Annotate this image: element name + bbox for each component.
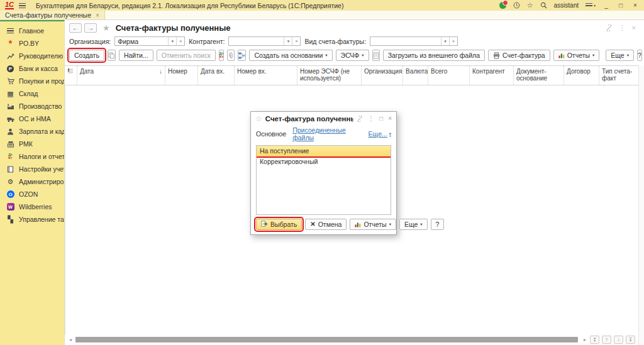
fixed-assets-truck-icon bbox=[6, 116, 14, 123]
copy-button[interactable] bbox=[108, 50, 116, 61]
minimize-button[interactable]: _ bbox=[602, 2, 610, 9]
list-item-corrective[interactable]: Корректировочный bbox=[257, 156, 391, 167]
load-external-file-button[interactable]: Загрузить из внешнего файла bbox=[383, 50, 485, 61]
taxes-dtkt-icon bbox=[6, 153, 14, 160]
column-base-document[interactable]: Документ-основание bbox=[514, 66, 564, 85]
posting-status-icon bbox=[67, 68, 74, 74]
link-icon[interactable] bbox=[357, 116, 363, 122]
list-begin-button[interactable]: ↥ bbox=[590, 336, 599, 344]
more-dots-icon[interactable]: ⋮ bbox=[619, 24, 626, 32]
service-menu-icon[interactable]: ▾ bbox=[586, 3, 596, 8]
back-button[interactable]: ← bbox=[69, 23, 82, 33]
more-button[interactable]: Еще▾ bbox=[606, 50, 634, 61]
sidebar-item-manager[interactable]: Руководителю bbox=[0, 50, 64, 62]
close-dialog-icon[interactable]: × bbox=[388, 115, 392, 122]
manager-chart-icon bbox=[6, 53, 14, 60]
sidebar-item-rmk[interactable]: РМК bbox=[0, 138, 64, 150]
sidebar-item-accounting-settings[interactable]: Настройки учета bbox=[0, 163, 64, 175]
column-number[interactable]: Номер bbox=[165, 66, 198, 85]
tab-main[interactable]: Основное bbox=[256, 130, 286, 138]
eschf-button[interactable]: ЭСЧФ▾ bbox=[336, 50, 369, 61]
search-icon[interactable] bbox=[540, 2, 547, 9]
invoice-print-button[interactable]: Счет-фактура bbox=[488, 50, 550, 61]
sidebar-item-bank-cash[interactable]: PБанк и касса bbox=[0, 62, 64, 75]
sidebar-item-taxes-reports[interactable]: Налоги и отчетность bbox=[0, 150, 64, 163]
counterparty-label: Контрагент: bbox=[189, 38, 225, 45]
maximize-button[interactable]: □ bbox=[617, 2, 625, 9]
reports-button[interactable]: Отчеты▾ bbox=[553, 50, 600, 61]
dialog-help-button[interactable]: ? bbox=[431, 219, 445, 230]
column-number-in[interactable]: Номер вх. bbox=[235, 66, 297, 85]
more-dots-icon[interactable]: ⋮ bbox=[368, 115, 374, 122]
column-contract[interactable]: Договор bbox=[564, 66, 599, 85]
sidebar-item-main[interactable]: Главное bbox=[0, 25, 64, 37]
help-button[interactable]: ? bbox=[637, 50, 642, 61]
column-currency[interactable]: Валюта bbox=[403, 66, 428, 85]
tab-close-icon[interactable]: × bbox=[96, 12, 99, 19]
chevron-down-icon[interactable]: ▾ bbox=[284, 37, 292, 45]
chevron-down-icon[interactable]: ▾ bbox=[168, 37, 176, 45]
eschf-journal-button[interactable] bbox=[372, 50, 380, 61]
history-icon[interactable] bbox=[513, 2, 520, 9]
cancel-search-button[interactable]: Отменить поиск bbox=[157, 50, 216, 61]
sidebar-item-fixed-assets[interactable]: ОС и НМА bbox=[0, 112, 64, 125]
attachments-button[interactable] bbox=[227, 50, 235, 61]
tab-more[interactable]: Еще...▾ bbox=[369, 130, 391, 138]
tab-attached-files[interactable]: Присоединенные файлы bbox=[292, 126, 362, 141]
sidebar-item-salary-hr[interactable]: Зарплата и кадры bbox=[0, 125, 64, 138]
sidebar-item-wildberries[interactable]: WWildberries bbox=[0, 200, 64, 213]
create-based-on-button[interactable]: Создать на основании▾ bbox=[249, 50, 332, 61]
sidebar-item-administration[interactable]: ⚙Администрирование bbox=[0, 175, 64, 188]
vertical-scrollbar[interactable] bbox=[638, 65, 644, 345]
favorites-star-icon[interactable]: ☆ bbox=[527, 2, 533, 9]
sidebar-item-production[interactable]: Производство bbox=[0, 100, 64, 112]
favorite-star-icon[interactable]: ☆ bbox=[255, 114, 262, 123]
scrollbar-track[interactable] bbox=[75, 336, 580, 343]
column-counterparty[interactable]: Контрагент bbox=[470, 66, 514, 85]
sections-sidebar: Главное *PO.BY Руководителю PБанк и касс… bbox=[0, 20, 65, 345]
column-status[interactable] bbox=[65, 66, 77, 85]
close-window-button[interactable]: × bbox=[631, 2, 639, 9]
clear-icon[interactable]: × bbox=[176, 37, 184, 45]
sidebar-item-tariff-management[interactable]: ▚Управление тарифом bbox=[0, 213, 64, 226]
notifications-icon[interactable] bbox=[499, 2, 506, 9]
dialog-reports-button[interactable]: Отчеты▾ bbox=[350, 219, 396, 230]
close-form-icon[interactable]: × bbox=[632, 24, 636, 31]
column-organization[interactable]: Организация bbox=[362, 66, 403, 85]
column-total[interactable]: Всего bbox=[428, 66, 470, 85]
favorite-star-icon[interactable]: ★ bbox=[103, 23, 110, 33]
list-item-receipt[interactable]: На поступление bbox=[257, 146, 391, 156]
column-date-in[interactable]: Дата вх. bbox=[198, 66, 235, 85]
sidebar-item-ozon[interactable]: OOZON bbox=[0, 188, 64, 200]
list-end-button[interactable]: ↧ bbox=[626, 336, 635, 344]
find-button[interactable]: Найти... bbox=[119, 50, 153, 61]
forward-button[interactable]: → bbox=[84, 23, 97, 33]
organization-combo[interactable]: Фирма ▾ × bbox=[114, 36, 185, 46]
main-menu-icon[interactable] bbox=[19, 3, 26, 8]
sidebar-item-purchases-sales[interactable]: Покупки и продажи bbox=[0, 75, 64, 87]
dialog-more-button[interactable]: Еще▾ bbox=[399, 219, 428, 230]
create-button[interactable]: Создать bbox=[69, 50, 104, 61]
scroll-left-icon[interactable]: ◂ bbox=[68, 337, 73, 342]
scrollbar-thumb[interactable] bbox=[75, 337, 578, 342]
page-up-button[interactable]: ↑ bbox=[602, 336, 611, 344]
sidebar-item-po-by[interactable]: *PO.BY bbox=[0, 37, 64, 50]
sidebar-item-warehouse[interactable]: ▦Склад bbox=[0, 87, 64, 100]
tab-invoices-received[interactable]: Счета-фактуры полученные × bbox=[0, 11, 105, 19]
maximize-dialog-icon[interactable]: □ bbox=[379, 115, 383, 122]
link-icon[interactable] bbox=[606, 25, 613, 31]
clear-icon[interactable]: × bbox=[292, 37, 300, 45]
clear-icon[interactable]: × bbox=[449, 37, 457, 45]
counterparty-combo[interactable]: ▾ × bbox=[228, 36, 301, 46]
column-invoice-type[interactable]: Тип счета-факт bbox=[599, 66, 638, 85]
column-date[interactable]: Дата↓ bbox=[77, 66, 165, 85]
select-button[interactable]: Выбрать bbox=[256, 219, 302, 230]
show-postings-button[interactable] bbox=[219, 50, 225, 61]
scroll-right-icon[interactable]: ▸ bbox=[582, 337, 587, 342]
related-documents-button[interactable] bbox=[238, 50, 246, 61]
invoice-kind-combo[interactable]: ▾ × bbox=[370, 36, 458, 46]
column-eschf-number[interactable]: Номер ЭСЧФ (не используется) bbox=[297, 66, 362, 85]
chevron-down-icon[interactable]: ▾ bbox=[441, 37, 449, 45]
page-down-button[interactable]: ↓ bbox=[614, 336, 623, 344]
cancel-button[interactable]: ✕Отмена bbox=[305, 219, 347, 230]
